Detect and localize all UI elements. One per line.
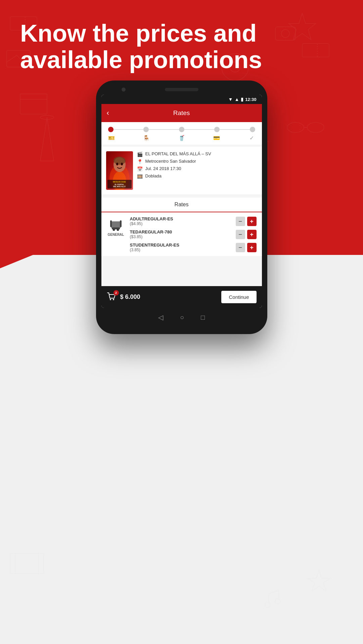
- step-3-dot: [179, 127, 184, 132]
- rate-item-adult: ADULTREGULAR-ES ($4.95) − +: [130, 216, 257, 226]
- seat-icon-container: GENERAL: [107, 216, 125, 236]
- cinema-icon: 🎬: [137, 152, 143, 157]
- rate-item-teda-info: TEDAREGULAR-780 ($3.85): [130, 229, 236, 239]
- rate-item-student-price: (3.85): [130, 248, 236, 252]
- phone-bottom-nav: ◁ ○ □: [101, 308, 262, 324]
- step-food-icon: 🥤: [178, 135, 185, 141]
- movie-title: EL PORTAL DEL MÁS ALLÁ – SV: [145, 151, 211, 156]
- battery-icon: ▮: [241, 97, 243, 102]
- step-4-dot: [214, 127, 220, 132]
- teda-increment-button[interactable]: +: [247, 230, 257, 239]
- status-bar: ▼ ▲ ▮ 12:30: [101, 95, 262, 104]
- rate-items-list: ADULTREGULAR-ES ($4.95) − + TEDAREGULAR-…: [130, 216, 257, 252]
- step-ticket-icon: 🎫: [108, 135, 115, 141]
- movie-datetime: Jul. 24 2018 17:30: [145, 166, 181, 171]
- movie-venue: Metrocentro San Salvador: [145, 159, 196, 164]
- rate-item-adult-info: ADULTREGULAR-ES ($4.95): [130, 216, 236, 226]
- poster-title: EL PORTALDEL MÁS ALLÁ: [108, 183, 131, 187]
- progress-stepper: [101, 122, 262, 135]
- rates-header-label: Rates: [175, 202, 189, 207]
- student-increment-button[interactable]: +: [247, 243, 257, 252]
- phone-screen: ▼ ▲ ▮ 12:30 ‹ Rates: [101, 95, 262, 308]
- step-5-dot: [250, 127, 255, 132]
- movie-info: 🎬 EL PORTAL DEL MÁS ALLÁ – SV 📍 Metrocen…: [137, 151, 257, 190]
- seat-category-label: GENERAL: [108, 233, 124, 236]
- rate-item-adult-controls: − +: [236, 217, 257, 226]
- rate-item-student-name: STUDENTREGULAR-ES: [130, 243, 236, 248]
- svg-rect-36: [113, 229, 115, 231]
- rate-item-teda-name: TEDAREGULAR-780: [130, 229, 236, 234]
- svg-point-39: [113, 299, 114, 300]
- rates-header: Rates: [101, 198, 262, 212]
- empty-area: [101, 257, 262, 283]
- bottom-bar: 2 $ 6.000 Continue: [101, 286, 262, 308]
- status-icons: ▼ ▲ ▮ 12:30: [228, 97, 257, 102]
- app-bar: ‹ Rates: [101, 104, 262, 122]
- stepper-icons-row: 🎫 🪑 🥤 💳 ✓: [101, 135, 262, 145]
- svg-rect-34: [120, 220, 122, 227]
- calendar-icon: 📅: [137, 166, 143, 172]
- cart-area: 2 $ 6.000: [107, 292, 140, 302]
- headline: Know the prices and available promotions: [20, 20, 343, 73]
- step-payment-icon: 💳: [213, 135, 220, 141]
- location-icon: 📍: [137, 159, 143, 164]
- phone-top-bezel: [101, 88, 262, 91]
- stepper-track-container: [108, 127, 255, 132]
- rate-item-student-info: STUDENTREGULAR-ES (3.85): [130, 243, 236, 252]
- cart-badge: 2: [114, 290, 119, 296]
- student-decrement-button[interactable]: −: [236, 243, 245, 252]
- adult-decrement-button[interactable]: −: [236, 217, 245, 226]
- cart-price: $ 6.000: [120, 293, 140, 301]
- film-icon: 🎞️: [137, 174, 143, 179]
- status-time: 12:30: [245, 97, 256, 102]
- svg-rect-32: [112, 222, 120, 227]
- movie-datetime-row: 📅 Jul. 24 2018 17:30: [137, 166, 257, 172]
- teda-decrement-button[interactable]: −: [236, 230, 245, 239]
- phone-speaker: [165, 88, 198, 91]
- step-confirm-icon: ✓: [248, 135, 255, 141]
- movie-version-row: 🎞️ Doblada: [137, 173, 257, 179]
- svg-rect-37: [117, 229, 119, 231]
- stepper-dots: [108, 127, 255, 132]
- nav-recent-button[interactable]: □: [201, 314, 205, 321]
- phone-wrapper: ▼ ▲ ▮ 12:30 ‹ Rates: [96, 80, 267, 334]
- signal-icon: ▲: [234, 97, 239, 102]
- movie-title-row: 🎬 EL PORTAL DEL MÁS ALLÁ – SV: [137, 151, 257, 157]
- rate-item-student-controls: − +: [236, 243, 257, 252]
- rate-item-teda: TEDAREGULAR-780 ($3.85) − +: [130, 229, 257, 239]
- back-button[interactable]: ‹: [107, 109, 109, 117]
- rate-item-adult-price: ($4.95): [130, 221, 236, 226]
- rate-category-general: GENERAL ADULTREGULAR-ES ($4.95) − +: [101, 212, 262, 257]
- poster-actor: NICOLAS CAGE: [108, 181, 131, 183]
- step-seat-icon: 🪑: [143, 135, 150, 141]
- continue-button[interactable]: Continue: [221, 291, 256, 303]
- svg-point-38: [110, 299, 111, 300]
- step-1-dot: [108, 127, 114, 132]
- nav-back-button[interactable]: ◁: [158, 313, 163, 321]
- movie-venue-row: 📍 Metrocentro San Salvador: [137, 159, 257, 164]
- rate-item-student: STUDENTREGULAR-ES (3.85) − +: [130, 243, 257, 252]
- seat-svg-icon: [109, 216, 123, 231]
- rate-item-teda-controls: − +: [236, 230, 257, 239]
- cart-icon-container: 2: [107, 292, 117, 302]
- nav-home-button[interactable]: ○: [180, 314, 184, 321]
- step-2-dot: [143, 127, 149, 132]
- phone-device: ▼ ▲ ▮ 12:30 ‹ Rates: [96, 80, 267, 334]
- movie-poster: NICOLAS CAGE EL PORTALDEL MÁS ALLÁ: [106, 151, 133, 190]
- movie-card: NICOLAS CAGE EL PORTALDEL MÁS ALLÁ 🎬 EL …: [101, 147, 262, 195]
- svg-rect-33: [110, 220, 112, 227]
- adult-increment-button[interactable]: +: [247, 217, 257, 226]
- rate-item-teda-price: ($3.85): [130, 234, 236, 239]
- wifi-icon: ▼: [228, 97, 233, 102]
- movie-version: Doblada: [145, 173, 162, 178]
- app-bar-title: Rates: [173, 109, 190, 117]
- front-camera: [122, 88, 126, 92]
- movie-poster-overlay: NICOLAS CAGE EL PORTALDEL MÁS ALLÁ: [106, 151, 133, 190]
- rate-item-adult-name: ADULTREGULAR-ES: [130, 216, 236, 221]
